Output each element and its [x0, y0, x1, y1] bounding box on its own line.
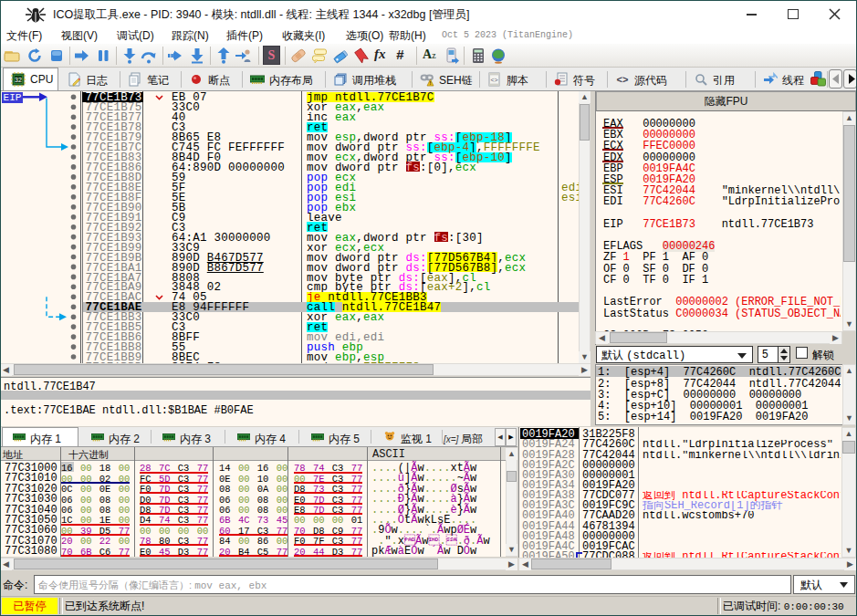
- svg-text:<>: <>: [617, 74, 629, 85]
- svg-text:!: !: [430, 80, 432, 86]
- svg-text:32: 32: [15, 77, 22, 83]
- svg-text:<>: <>: [490, 77, 497, 83]
